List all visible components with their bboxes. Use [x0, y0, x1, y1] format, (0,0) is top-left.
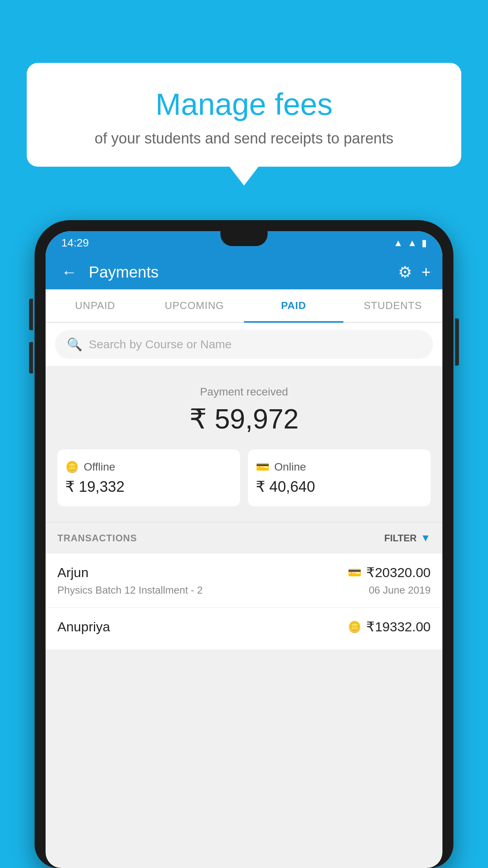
- transaction-name: Arjun: [57, 565, 88, 580]
- tab-paid[interactable]: PAID: [244, 289, 343, 322]
- filter-label: FILTER: [384, 533, 416, 544]
- payment-received-section: Payment received ₹ 59,972 🪙 Offline ₹ 19…: [46, 366, 442, 522]
- transaction-date: 06 June 2019: [369, 584, 431, 596]
- payment-received-label: Payment received: [57, 386, 431, 398]
- notch: [220, 231, 268, 246]
- app-bar-actions: ⚙ +: [398, 263, 431, 281]
- offline-card-header: 🪙 Offline: [65, 460, 232, 473]
- phone-screen: 14:29 ▲ ▲ ▮ ← Payments ⚙ + UNPAID UPCOMI…: [46, 231, 442, 868]
- tabs-bar: UNPAID UPCOMING PAID STUDENTS: [46, 289, 442, 323]
- add-icon[interactable]: +: [422, 263, 431, 281]
- card-icon: 💳: [256, 460, 270, 473]
- transaction-name: Anupriya: [57, 619, 110, 634]
- bubble-title: Manage fees: [46, 86, 442, 122]
- phone-frame: 14:29 ▲ ▲ ▮ ← Payments ⚙ + UNPAID UPCOMI…: [35, 220, 453, 868]
- transaction-row-top: Anupriya 🪙 ₹19332.00: [57, 619, 431, 634]
- online-card-header: 💳 Online: [256, 460, 423, 473]
- battery-icon: ▮: [422, 237, 427, 248]
- power-button: [455, 318, 459, 366]
- filter-button[interactable]: FILTER ▼: [384, 532, 431, 544]
- bubble-subtitle: of your students and send receipts to pa…: [46, 130, 442, 147]
- search-placeholder-text: Search by Course or Name: [89, 338, 232, 351]
- transaction-amount-wrap: 💳 ₹20320.00: [348, 565, 431, 580]
- transaction-amount-wrap: 🪙 ₹19332.00: [348, 619, 431, 634]
- tab-unpaid[interactable]: UNPAID: [46, 289, 145, 322]
- transaction-row[interactable]: Anupriya 🪙 ₹19332.00: [46, 608, 442, 650]
- transaction-row-bottom: Physics Batch 12 Installment - 2 06 June…: [57, 584, 431, 596]
- speech-bubble: Manage fees of your students and send re…: [27, 63, 461, 167]
- tab-upcoming[interactable]: UPCOMING: [145, 289, 244, 322]
- search-container: 🔍 Search by Course or Name: [46, 323, 442, 366]
- volume-up-button: [29, 299, 33, 330]
- transaction-description: Physics Batch 12 Installment - 2: [57, 584, 203, 596]
- transaction-row[interactable]: Arjun 💳 ₹20320.00 Physics Batch 12 Insta…: [46, 554, 442, 608]
- offline-amount: ₹ 19,332: [65, 478, 232, 495]
- filter-icon: ▼: [420, 532, 431, 544]
- app-title: Payments: [89, 263, 390, 281]
- settings-icon[interactable]: ⚙: [398, 263, 412, 281]
- online-label: Online: [274, 461, 306, 473]
- transaction-row-top: Arjun 💳 ₹20320.00: [57, 565, 431, 580]
- transactions-header: TRANSACTIONS FILTER ▼: [46, 522, 442, 554]
- online-card: 💳 Online ₹ 40,640: [248, 449, 431, 506]
- transactions-label: TRANSACTIONS: [57, 533, 137, 544]
- status-time: 14:29: [61, 237, 89, 249]
- transaction-amount: ₹20320.00: [366, 565, 431, 580]
- transaction-amount: ₹19332.00: [366, 619, 431, 634]
- online-amount: ₹ 40,640: [256, 478, 423, 495]
- payment-total-amount: ₹ 59,972: [57, 403, 431, 435]
- offline-card: 🪙 Offline ₹ 19,332: [57, 449, 240, 506]
- status-icons: ▲ ▲ ▮: [393, 237, 427, 248]
- transaction-card-icon: 💳: [348, 566, 361, 579]
- signal-icon: ▲: [407, 237, 417, 248]
- cash-icon: 🪙: [65, 460, 79, 473]
- search-box[interactable]: 🔍 Search by Course or Name: [55, 330, 433, 359]
- tab-students[interactable]: STUDENTS: [343, 289, 443, 322]
- app-bar: ← Payments ⚙ +: [46, 255, 442, 289]
- transaction-cash-icon: 🪙: [348, 620, 361, 633]
- wifi-icon: ▲: [393, 237, 403, 248]
- back-button[interactable]: ←: [57, 263, 81, 281]
- offline-label: Offline: [84, 461, 115, 473]
- search-icon: 🔍: [67, 337, 83, 352]
- payment-cards: 🪙 Offline ₹ 19,332 💳 Online ₹ 40,640: [57, 449, 431, 506]
- volume-down-button: [29, 342, 33, 373]
